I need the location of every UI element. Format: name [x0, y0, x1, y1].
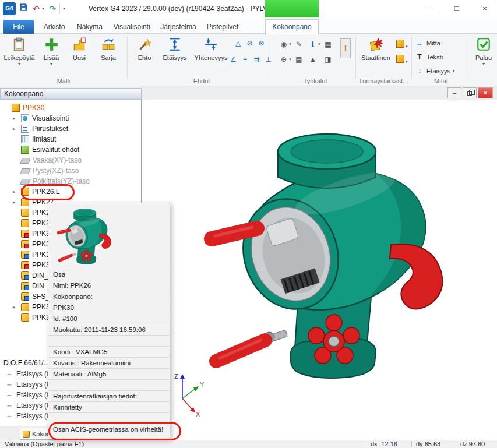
concentric-constraint-icon[interactable]: ⊗	[256, 38, 266, 48]
collision-option-icon[interactable]: ▾	[396, 40, 408, 50]
edit-icon[interactable]: ✎	[294, 38, 304, 49]
tree-item-ilmiasut[interactable]: Ilmiasut	[0, 134, 141, 144]
warning-button[interactable]: !	[340, 38, 351, 58]
tab-nakyma[interactable]: Näkymä	[72, 20, 107, 34]
return-check-icon	[472, 37, 495, 53]
wand-icon	[132, 37, 157, 53]
ribbon: Leikepöytä ▾ Lisää ▾ Uusi Sarja Malli Eh…	[0, 34, 497, 86]
tooltip-spacer-row	[48, 379, 170, 390]
app-logo[interactable]: G4	[3, 2, 16, 15]
mask-icon[interactable]: ▦	[323, 38, 333, 49]
chevron-icon[interactable]: ▸	[13, 199, 16, 205]
part-icon	[21, 261, 29, 269]
chevron-icon[interactable]: ▸	[13, 115, 16, 121]
distance-measure-button[interactable]: ↕ Etäisyys ▾	[415, 65, 454, 77]
redo-icon[interactable]: ↷	[47, 2, 58, 15]
part-icon	[21, 271, 29, 280]
part-icon	[21, 219, 29, 227]
measure-button[interactable]: ↔ Mitta	[415, 37, 440, 49]
tree-item-poikittais-taso[interactable]: Poikittais(YZ)-taso	[0, 176, 141, 186]
new-part-button[interactable]: Uusi	[66, 36, 92, 61]
tooltip-row: Koodi : VXALMG5	[48, 346, 170, 357]
panel-caption[interactable]: Kokoonpano	[0, 88, 142, 100]
tree-item-ppk30[interactable]: PPK30	[0, 103, 141, 113]
appearances-icon	[21, 135, 29, 143]
doc-restore-button[interactable]	[463, 87, 477, 98]
section-icon[interactable]: ◨	[323, 54, 333, 64]
maximize-button[interactable]: □	[445, 0, 469, 17]
tooltip-row: Kuvaus : Rakennealumiini	[48, 357, 170, 368]
part-icon	[21, 313, 29, 322]
angle2-constraint-icon[interactable]: ∠	[228, 55, 238, 65]
status-dz: dz 97.80	[460, 440, 485, 448]
undo-caret-icon[interactable]: ▾	[42, 6, 44, 11]
distance-constraint-icon: ⇔	[5, 412, 14, 420]
doc-close-button[interactable]: ×	[478, 87, 493, 98]
tab-jarjestelma[interactable]: Järjestelmä	[156, 20, 200, 34]
camera-icon[interactable]: ◉	[279, 38, 289, 49]
caret-icon[interactable]: ▾	[289, 57, 291, 62]
axis-y-label: Y	[200, 381, 205, 388]
perpendicular-constraint-icon[interactable]: ⊥	[263, 55, 273, 65]
caret-icon[interactable]: ▾	[318, 42, 320, 47]
tab-visualisointi[interactable]: Visualisointi	[108, 20, 155, 34]
tab-file[interactable]: File	[3, 20, 34, 34]
static-collision-button[interactable]: Staattinen	[359, 36, 393, 61]
collision-icon	[359, 37, 393, 53]
plane-icon	[20, 168, 31, 174]
quick-access-caret-icon[interactable]: ▾	[63, 6, 65, 11]
clipboard-button[interactable]: Leikepöytä ▾	[2, 36, 36, 66]
tab-arkisto[interactable]: Arkisto	[37, 20, 71, 34]
caret-icon[interactable]: ▾	[289, 42, 291, 47]
chevron-icon[interactable]: ▸	[13, 126, 16, 132]
group-separator	[127, 37, 128, 79]
parallel-constraint-icon[interactable]: ≡	[240, 55, 250, 65]
doc-minimize-button[interactable]: –	[447, 87, 461, 98]
tree-item-ppk26l[interactable]: ▸ PPK26.L	[0, 186, 141, 197]
tooltip-row: Id: #100	[48, 313, 170, 324]
constraint-button[interactable]: Ehto	[132, 36, 157, 61]
collision-option2-icon[interactable]: ▾	[396, 55, 408, 65]
add-part-button[interactable]: Lisää ▾	[38, 36, 64, 66]
tooltip-spacer-row	[48, 412, 170, 424]
tooltip-row: Kokoonpano:	[48, 291, 170, 302]
tree-item-esivalitut-ehdot[interactable]: Esivalitut ehdot	[0, 144, 141, 155]
undo-icon[interactable]: ↶	[30, 2, 42, 15]
chevron-icon[interactable]: ▸	[13, 189, 16, 195]
caret-icon: ▾	[472, 62, 495, 66]
axes-icon[interactable]: ▲	[308, 54, 318, 64]
tab-pistepilvet[interactable]: Pistepilvet	[202, 20, 244, 34]
group-separator	[274, 37, 274, 79]
minimize-button[interactable]: –	[417, 0, 441, 17]
angle-constraint-icon[interactable]: △	[233, 38, 243, 48]
chevron-icon[interactable]: ▸	[13, 304, 16, 310]
list-icon[interactable]: ▤	[294, 54, 304, 64]
distance-icon	[160, 37, 190, 53]
tree-item-piirustukset[interactable]: ▸ Piirustukset	[0, 124, 141, 134]
align-constraint-icon[interactable]: ⇉	[252, 55, 262, 65]
assembly-tab-icon	[23, 431, 30, 438]
add-icon	[38, 37, 64, 53]
zoom-icon[interactable]: ⊕	[279, 54, 289, 64]
tree-item-pysty-taso[interactable]: Pysty(XZ)-taso	[0, 165, 141, 176]
return-button[interactable]: Paluu ▾	[472, 36, 495, 66]
axis-triad: Z Y X	[167, 368, 208, 417]
text-button[interactable]: T Teksti	[415, 51, 443, 63]
part-icon	[21, 188, 29, 196]
save-icon[interactable]	[17, 2, 29, 15]
series-button[interactable]: Sarja	[93, 36, 124, 61]
plane-icon	[20, 179, 31, 185]
info-icon[interactable]: ℹ	[308, 38, 318, 49]
tree-item-visualisointi[interactable]: ▸ Visualisointi	[0, 113, 141, 124]
3d-viewport[interactable]: Z Y X	[142, 100, 497, 440]
status-dx: dx -12.16	[371, 440, 397, 448]
title-bar: G4 ↶ ▾ ↷ ▾ Vertex G4 2023 / 29.0.00 (dev…	[0, 0, 497, 17]
tooltip-spacer-row	[48, 335, 170, 346]
diameter-constraint-icon[interactable]: ⊘	[245, 38, 255, 48]
tree-item-vaaka-taso[interactable]: Vaaka(XY)-taso	[0, 155, 141, 165]
coincidence-constraint-button[interactable]: Yhtenevyys	[192, 36, 230, 61]
distance-constraint-button[interactable]: Etäisyys	[160, 36, 190, 61]
tab-kokoonpano[interactable]: Kokoonpano	[265, 19, 319, 34]
close-button[interactable]: ×	[473, 0, 497, 17]
tooltip-row: PPK30	[48, 302, 170, 313]
